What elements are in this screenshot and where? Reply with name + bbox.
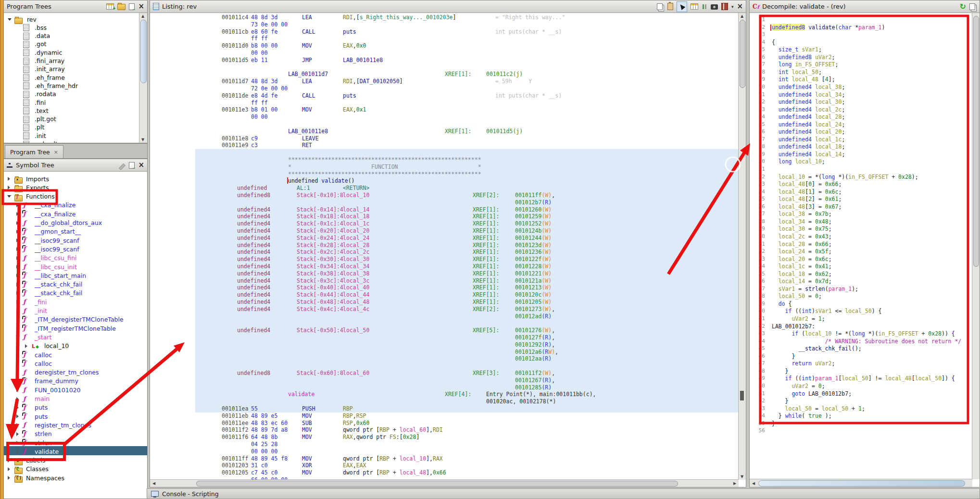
expand-icon[interactable] (16, 414, 19, 418)
decompiler-line[interactable]: 23local_48[0] = 0x66; (750, 181, 965, 188)
decompiler-line[interactable]: 48} (750, 368, 965, 375)
decompiler-line[interactable]: 52} (750, 398, 965, 405)
expand-icon[interactable] (16, 406, 19, 410)
decompiler-line[interactable]: 41uVar2 = 1; (750, 315, 965, 323)
tab-close-icon[interactable]: × (54, 149, 58, 155)
listing-line[interactable]: 001011ee48 83 ec 60SUBRSP,0x60 (150, 420, 731, 427)
table-icon[interactable] (691, 3, 698, 10)
decompiler-line[interactable]: 17undefined4 local_1c; (750, 136, 965, 143)
close-icon[interactable]: × (737, 3, 743, 10)
decompiler-view[interactable]: 12undefined8 validate(char *param_1)34{5… (750, 13, 972, 479)
expand-icon[interactable] (8, 476, 10, 480)
decompiler-vscrollbar[interactable] (972, 13, 980, 479)
expand-icon[interactable] (16, 274, 19, 277)
expand-icon[interactable] (8, 177, 10, 181)
decompiler-line[interactable]: 3 (750, 31, 965, 38)
listing-line[interactable]: undefined4Stack[-0x14]:4local_14XREF[1]:… (150, 206, 731, 213)
listing-line[interactable]: undefined4Stack[-0x44]:4local_44XREF[1]:… (150, 291, 731, 299)
decompiler-line[interactable]: 31local_28 = 0x66; (750, 241, 965, 248)
symbol-tree-header[interactable]: Symbol Tree × (4, 159, 147, 172)
decompiler-line[interactable]: 46} (750, 353, 965, 360)
decompiler-line[interactable]: 18undefined4 local_18; (750, 143, 965, 150)
decompiler-line[interactable]: 20long local_10; (750, 158, 965, 165)
listing-line[interactable]: undefined4Stack[-0x24]:4local_24XREF[1]:… (150, 235, 731, 242)
listing-line[interactable]: 001011dee8 4d feCALLputsint puts(char * … (150, 92, 731, 100)
decompiler-line[interactable]: 43if (local_10 != *(long *)(in_FS_OFFSET… (750, 330, 965, 337)
listing-line[interactable]: ****************************************… (150, 156, 731, 163)
listing-line[interactable]: 001011f664 48 8bMOVRAX,qword ptr FS:[0x2… (150, 434, 731, 441)
listing-line[interactable]: ****************************************… (150, 171, 731, 178)
listing-line[interactable]: validateXREF[4]:Entry Point(*), main:001… (150, 391, 731, 398)
listing-line[interactable]: undefined8Stack[-0x60]:8local_60XREF[3]:… (150, 370, 731, 377)
decompiler-hscrollbar[interactable]: ◀ (750, 479, 972, 487)
listing-line[interactable]: 00 00 (150, 113, 731, 121)
listing-header[interactable]: Listing: rev ▾× (150, 0, 746, 13)
expand-icon[interactable] (16, 230, 19, 234)
listing-line[interactable]: 0010120331 c0XOREAX,EAX (150, 462, 731, 469)
expand-icon[interactable] (16, 432, 19, 436)
decompiler-line[interactable]: 2undefined8 validate(char *param_1) (750, 24, 965, 31)
collapse-icon[interactable] (16, 336, 20, 338)
decompiler-line[interactable]: 27local_38 = 0x7b; (750, 211, 965, 218)
expand-icon[interactable] (16, 247, 19, 251)
listing-line[interactable]: 0010127f(R), (150, 334, 731, 341)
close-icon[interactable]: × (138, 3, 144, 10)
listing-line[interactable]: 001012a6(RW), (150, 349, 731, 356)
listing-line[interactable]: 00 00 00 (150, 448, 731, 455)
expand-icon[interactable] (8, 459, 10, 462)
listing-line[interactable]: 00 00 (150, 50, 731, 57)
open-folder-icon[interactable] (117, 4, 126, 10)
expand-icon[interactable] (16, 449, 19, 453)
listing-line[interactable]: LAB_001011d7XREF[1]:001011c2(j) (150, 71, 731, 78)
decompiler-line[interactable]: 37sVar1 = strlen(param_1); (750, 286, 965, 293)
listing-line[interactable]: 001011e8c9LEAVE (150, 135, 731, 142)
decompiler-line[interactable]: 36local_14 = 0x7d; (750, 278, 965, 285)
camera-icon[interactable] (711, 4, 718, 10)
listing-line[interactable]: 001011eb48 89 e5MOVRBP,RSP (150, 412, 731, 420)
listing-hscrollbar[interactable]: ◀ ▶ (150, 479, 739, 487)
expand-icon[interactable] (16, 441, 19, 445)
decompiler-line[interactable]: 24local_48[1] = 0x6c; (750, 188, 965, 196)
listing-line[interactable]: 001011e3b8 01 00MOVEAX,0x1 (150, 106, 731, 113)
expand-icon[interactable] (16, 256, 19, 260)
listing-line[interactable]: 001020ac, 00102178(*) (150, 398, 731, 405)
listing-line[interactable]: LAB_001011e8XREF[1]:001011d5(j) (150, 128, 731, 135)
decompiler-line[interactable]: 29local_30 = 0x75; (750, 225, 965, 233)
expand-icon[interactable] (16, 362, 19, 365)
decompiler-header[interactable]: Cf Decompile: validate - (rev) ↻ (750, 0, 980, 13)
listing-line[interactable] (150, 362, 731, 370)
decompiler-line[interactable]: 7long in_FS_OFFSET; (750, 61, 965, 68)
listing-line[interactable] (150, 121, 731, 128)
copy-icon[interactable] (657, 3, 663, 10)
decompiler-line[interactable]: 13undefined4 local_2c; (750, 106, 965, 113)
cursor-arrow-icon[interactable] (677, 1, 687, 12)
decompiler-line[interactable]: 15undefined4 local_24; (750, 121, 965, 128)
expand-icon[interactable] (16, 203, 19, 207)
expand-icon[interactable] (16, 379, 19, 383)
decompiler-line[interactable]: 25local_48[2] = 0x61; (750, 196, 965, 203)
listing-line[interactable]: 72 0e 00 00 (150, 85, 731, 92)
expand-icon[interactable] (16, 212, 19, 216)
listing-line[interactable]: 00101292(R), (150, 341, 731, 349)
listing-line[interactable]: 001011d748 8d 3dLEARDI,[DAT_00102050]= 5… (150, 78, 731, 85)
expand-icon[interactable] (16, 221, 19, 225)
decompiler-line[interactable]: 38local_50 = 0; (750, 293, 965, 300)
expand-icon[interactable] (16, 388, 19, 392)
listing-line[interactable]: undefined4Stack[-0x30]:4local_30XREF[1]:… (150, 256, 731, 263)
listing-line[interactable]: undefined validate() (150, 177, 731, 185)
listing-line[interactable]: undefined4Stack[-0x48]:4local_48XREF[1]:… (150, 299, 731, 306)
listing-line[interactable]: 001011ea55PUSHRBP (150, 405, 731, 412)
decompiler-line[interactable]: 1 (750, 16, 965, 24)
listing-line[interactable]: undefined4Stack[-0x20]:4local_20XREF[1]:… (150, 227, 731, 235)
listing-line[interactable]: 001012aa(R) (150, 355, 731, 362)
program-tree-scrollbar[interactable]: ▲ ▼ (139, 13, 147, 143)
decompiler-line[interactable]: 8int local_50; (750, 69, 965, 76)
expand-icon[interactable] (16, 371, 19, 374)
program-trees-header[interactable]: Program Trees × (4, 0, 147, 13)
decompiler-line[interactable]: 40if ((int)sVar1 <= local_50) { (750, 308, 965, 315)
decompiler-line[interactable]: 16undefined4 local_20; (750, 128, 965, 136)
listing-line[interactable]: undefined4Stack[-0x3c]:4local_3cXREF[1]:… (150, 277, 731, 285)
scroll-down-icon[interactable]: ▼ (139, 137, 146, 142)
merge-icon[interactable] (702, 4, 707, 10)
decompiler-line[interactable]: 53local_50 = local_50 + 1; (750, 405, 965, 412)
